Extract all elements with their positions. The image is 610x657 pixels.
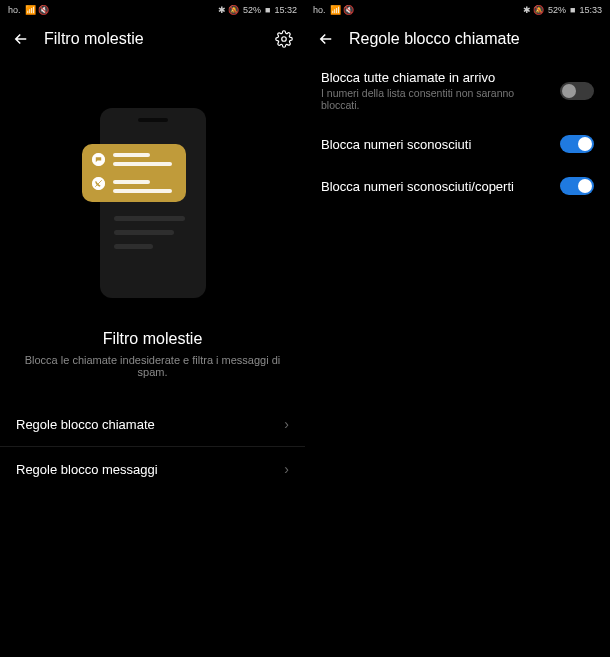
- setting-sublabel: I numeri della lista consentiti non sara…: [321, 87, 550, 111]
- setting-block-all-incoming: Blocca tutte chiamate in arrivo I numeri…: [305, 58, 610, 123]
- phone-left: ho. 📶 🔇 ✱ 🔕 52% ■ 15:32 Filtro molestie: [0, 0, 305, 657]
- back-icon[interactable]: [12, 30, 30, 48]
- setting-block-hidden: Blocca numeri sconosciuti/coperti: [305, 165, 610, 207]
- page-header: Regole blocco chiamate: [305, 20, 610, 58]
- statusbar: ho. 📶 🔇 ✱ 🔕 52% ■ 15:32: [0, 0, 305, 20]
- clock: 15:32: [274, 5, 297, 15]
- phone-right: ho. 📶 🔇 ✱ 🔕 52% ■ 15:33 Regole blocco ch…: [305, 0, 610, 657]
- back-icon[interactable]: [317, 30, 335, 48]
- setting-label: Blocca numeri sconosciuti: [321, 137, 550, 152]
- carrier-label: ho.: [8, 5, 21, 15]
- setting-label: Blocca tutte chiamate in arrivo: [321, 70, 550, 85]
- setting-label: Blocca numeri sconosciuti/coperti: [321, 179, 550, 194]
- signal-icons: 📶 🔇: [330, 5, 355, 15]
- battery-icon: ■: [265, 5, 270, 15]
- phone-blocked-icon: [92, 177, 105, 190]
- menu-item-label: Regole blocco chiamate: [16, 417, 155, 432]
- clock: 15:33: [579, 5, 602, 15]
- illustration: [0, 108, 305, 298]
- menu-item-message-rules[interactable]: Regole blocco messaggi ›: [0, 447, 305, 491]
- carrier-label: ho.: [313, 5, 326, 15]
- page-header: Filtro molestie: [0, 20, 305, 58]
- page-title: Filtro molestie: [44, 30, 261, 48]
- svg-point-0: [282, 37, 287, 42]
- battery-percent: 52%: [243, 5, 261, 15]
- page-title: Regole blocco chiamate: [349, 30, 598, 48]
- toggle-switch[interactable]: [560, 82, 594, 100]
- toggle-switch[interactable]: [560, 135, 594, 153]
- notification-card-icon: [82, 144, 186, 202]
- chevron-right-icon: ›: [284, 416, 289, 432]
- section-description: Blocca le chiamate indesiderate e filtra…: [0, 354, 305, 378]
- menu-item-label: Regole blocco messaggi: [16, 462, 158, 477]
- menu-item-call-rules[interactable]: Regole blocco chiamate ›: [0, 402, 305, 447]
- section-title: Filtro molestie: [0, 330, 305, 348]
- bt-mute-icons: ✱ 🔕: [218, 5, 240, 15]
- toggle-switch[interactable]: [560, 177, 594, 195]
- bt-mute-icons: ✱ 🔕: [523, 5, 545, 15]
- chat-bubble-icon: [92, 153, 105, 166]
- battery-icon: ■: [570, 5, 575, 15]
- gear-icon[interactable]: [275, 30, 293, 48]
- setting-block-unknown: Blocca numeri sconosciuti: [305, 123, 610, 165]
- signal-icons: 📶 🔇: [25, 5, 50, 15]
- battery-percent: 52%: [548, 5, 566, 15]
- phone-mock-icon: [100, 108, 206, 298]
- chevron-right-icon: ›: [284, 461, 289, 477]
- statusbar: ho. 📶 🔇 ✱ 🔕 52% ■ 15:33: [305, 0, 610, 20]
